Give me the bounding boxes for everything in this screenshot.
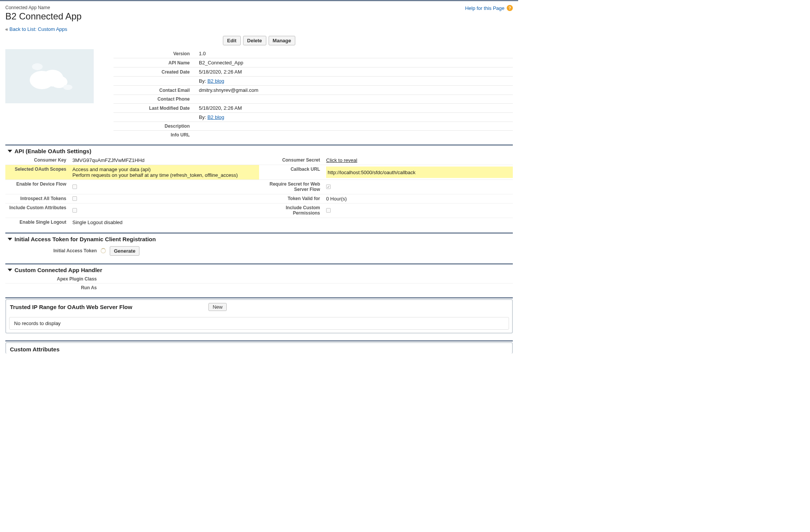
detail-value: 5/18/2020, 2:26 AM <box>199 69 513 75</box>
caret-down-icon <box>8 269 12 271</box>
require-secret-checkbox[interactable] <box>326 184 331 189</box>
by-prefix: By: <box>199 78 207 84</box>
api-value <box>326 220 513 226</box>
back-prefix: « <box>5 26 10 32</box>
api-row-require-secret: Require Secret for Web Server Flow <box>259 180 513 194</box>
scope-line: Access and manage your data (api) <box>72 167 150 172</box>
detail-label: Version <box>114 51 190 56</box>
selected-scopes-value: Access and manage your data (api) Perfor… <box>72 167 259 178</box>
api-value <box>72 181 259 192</box>
api-label: Include Custom Permissions <box>259 205 320 216</box>
api-label: Require Secret for Web Server Flow <box>259 181 320 192</box>
trusted-title: Trusted IP Range for OAuth Web Server Fl… <box>10 304 132 310</box>
detail-row-contact-phone: Contact Phone <box>114 95 513 104</box>
trusted-empty: No records to display <box>9 317 509 330</box>
api-label: Consumer Secret <box>259 157 320 163</box>
api-row-introspect: Introspect All Tokens <box>5 194 259 204</box>
iat-label: Initial Access Token <box>5 248 97 253</box>
page-title: B2 Connected App <box>5 11 82 22</box>
handler-row-runas: Run As <box>5 284 513 292</box>
detail-value: dmitry.shnyrev@gmail.com <box>199 87 513 93</box>
page-header: Connected App Name B2 Connected App Help… <box>5 5 513 22</box>
delete-button[interactable]: Delete <box>243 36 266 45</box>
modified-by-link[interactable]: B2 blog <box>207 114 224 120</box>
section-title-iat[interactable]: Initial Access Token for Dynamic Client … <box>5 234 513 244</box>
section-title-label: Initial Access Token for Dynamic Client … <box>14 236 156 242</box>
trusted-ip-box: Trusted IP Range for OAuth Web Server Fl… <box>5 299 513 333</box>
custom-attrs-box: Custom Attributes <box>5 342 513 354</box>
detail-value: B2_Connected_App <box>199 60 513 66</box>
api-row-token-valid: Token Valid for 0 Hour(s) <box>259 194 513 204</box>
introspect-checkbox[interactable] <box>72 196 77 201</box>
include-perms-checkbox[interactable] <box>326 208 331 213</box>
manage-button[interactable]: Manage <box>269 36 295 45</box>
detail-row-description: Description <box>114 122 513 131</box>
handler-row-apex: Apex Plugin Class <box>5 275 513 284</box>
api-label: Consumer Key <box>5 157 66 163</box>
api-value <box>326 181 513 192</box>
click-to-reveal-link[interactable]: Click to reveal <box>326 157 357 163</box>
detail-row-modified-by: By: B2 blog <box>114 113 513 122</box>
api-row-single-logout: Enable Single Logout Single Logout disab… <box>5 218 259 227</box>
section-separator <box>5 297 513 298</box>
detail-row-version: Version 1.0 <box>114 49 513 58</box>
detail-label: Created Date <box>114 69 190 75</box>
api-value <box>72 196 259 202</box>
svg-point-4 <box>63 85 72 90</box>
device-flow-checkbox[interactable] <box>72 184 77 189</box>
loading-icon <box>101 248 106 253</box>
detail-row-info-url: Info URL <box>114 131 513 139</box>
api-row-callback-url: Callback URL http://localhost:5000/sfdc/… <box>259 165 513 180</box>
api-value <box>326 205 513 216</box>
include-attrs-checkbox[interactable] <box>72 208 77 213</box>
action-bar: Edit Delete Manage <box>5 36 513 45</box>
detail-label: Contact Email <box>114 88 190 93</box>
api-value <box>72 205 259 216</box>
api-label: Enable for Device Flow <box>5 181 66 192</box>
back-link-row: « Back to List: Custom Apps <box>5 26 513 32</box>
page-pretitle: Connected App Name <box>5 5 82 10</box>
trusted-new-button[interactable]: New <box>208 303 227 311</box>
section-title-label: Custom Connected App Handler <box>14 267 102 273</box>
handler-value <box>101 285 513 290</box>
callback-url-value: http://localhost:5000/sfdc/oauth/callbac… <box>326 167 513 178</box>
section-title-handler[interactable]: Custom Connected App Handler <box>5 264 513 275</box>
detail-value: 5/18/2020, 2:26 AM <box>199 105 513 111</box>
detail-row-created: Created Date 5/18/2020, 2:26 AM <box>114 67 513 77</box>
api-label: Token Valid for <box>259 196 320 202</box>
created-by-link[interactable]: B2 blog <box>207 78 224 84</box>
detail-row-modified: Last Modified Date 5/18/2020, 2:26 AM <box>114 104 513 113</box>
svg-point-3 <box>32 63 43 70</box>
help-link[interactable]: Help for this Page ? <box>465 5 513 11</box>
summary-grid: Version 1.0 API Name B2_Connected_App Cr… <box>5 49 513 139</box>
api-row-selected-scopes: Selected OAuth Scopes Access and manage … <box>5 165 259 180</box>
api-label: Callback URL <box>259 167 320 178</box>
token-valid-value: 0 Hour(s) <box>326 196 513 202</box>
caret-down-icon <box>8 150 12 152</box>
detail-value: By: B2 blog <box>199 114 513 120</box>
api-row-consumer-secret: Consumer Secret Click to reveal <box>259 156 513 165</box>
api-label <box>259 220 320 226</box>
api-row-include-attrs: Include Custom Attributes <box>5 204 259 218</box>
consumer-key-value: 3MVG97quAmFZJfVwMFZ1HHd <box>72 157 259 163</box>
section-title-label: API (Enable OAuth Settings) <box>14 148 91 154</box>
caret-down-icon <box>8 238 12 240</box>
edit-button[interactable]: Edit <box>223 36 241 45</box>
api-label: Include Custom Attributes <box>5 205 66 216</box>
detail-row-contact-email: Contact Email dmitry.shnyrev@gmail.com <box>114 86 513 95</box>
detail-value: By: B2 blog <box>199 78 513 84</box>
generate-button[interactable]: Generate <box>110 246 139 256</box>
iat-button-wrap: Generate <box>110 246 513 256</box>
custom-attrs-header: Custom Attributes <box>6 343 512 354</box>
detail-value: 1.0 <box>199 51 513 56</box>
back-to-list-link[interactable]: Back to List: Custom Apps <box>10 26 67 32</box>
section-title-api[interactable]: API (Enable OAuth Settings) <box>5 146 513 156</box>
scope-line: Perform requests on your behalf at any t… <box>72 172 238 178</box>
section-separator <box>5 340 513 341</box>
api-label: Introspect All Tokens <box>5 196 66 202</box>
title-block: Connected App Name B2 Connected App <box>5 5 82 22</box>
custom-attrs-title: Custom Attributes <box>10 346 59 353</box>
cloud-icon <box>23 59 76 93</box>
detail-label: Contact Phone <box>114 96 190 102</box>
api-label: Enable Single Logout <box>5 220 66 226</box>
